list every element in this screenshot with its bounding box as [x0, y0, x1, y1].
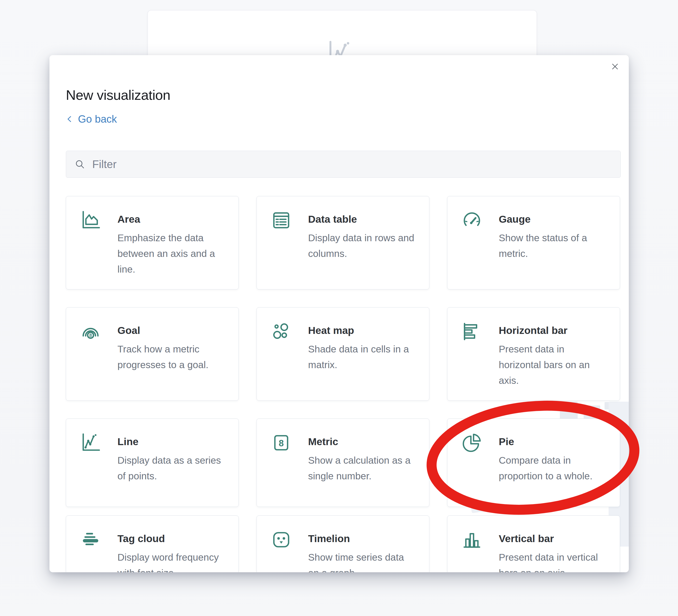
line-chart-icon — [80, 432, 101, 454]
card-description: Compare data in proportion to a whole. — [499, 453, 610, 484]
card-title: Line — [117, 435, 138, 448]
card-description: Shade data in cells in a matrix. — [308, 341, 420, 373]
horizontal-bar-icon — [461, 321, 483, 342]
card-description: Display data in rows and columns. — [308, 230, 420, 261]
chevron-left-icon — [65, 115, 74, 124]
card-title: Tag cloud — [117, 532, 165, 545]
card-heat-map[interactable]: Heat map Shade data in cells in a matrix… — [257, 307, 429, 401]
card-title: Metric — [308, 435, 338, 448]
filter-box — [66, 151, 621, 178]
tag-cloud-icon — [80, 529, 101, 550]
data-table-icon — [270, 209, 292, 231]
close-button[interactable] — [608, 60, 622, 73]
card-data-table[interactable]: Data table Display data in rows and colu… — [257, 196, 429, 290]
go-back-label: Go back — [78, 113, 117, 125]
svg-text:8: 8 — [89, 333, 92, 338]
timelion-icon — [270, 529, 292, 550]
card-area[interactable]: Area Emphasize the data between an axis … — [66, 196, 239, 290]
card-gauge[interactable]: Gauge Show the status of a metric. — [447, 196, 620, 290]
gauge-icon — [461, 209, 483, 231]
card-line[interactable]: Line Display data as a series of points. — [66, 419, 239, 507]
heat-map-icon — [270, 321, 292, 342]
card-pie[interactable]: Pie Compare data in proportion to a whol… — [447, 419, 620, 507]
page-title: New visualization — [66, 87, 171, 103]
card-description: Display data as a series of points. — [117, 453, 229, 484]
card-title: Gauge — [499, 213, 531, 225]
card-horizontal-bar[interactable]: Horizontal bar Present data in horizonta… — [447, 307, 620, 401]
close-icon — [610, 62, 620, 72]
card-description: Show a calculation as a single number. — [308, 453, 420, 484]
card-description: Display word frequency with font size. — [117, 549, 229, 572]
card-description: Emphasize the data between an axis and a… — [117, 230, 229, 277]
card-title: Vertical bar — [499, 532, 554, 545]
card-description: Show time series data on a graph. — [308, 549, 420, 572]
card-description: Show the status of a metric. — [499, 230, 610, 261]
card-title: Timelion — [308, 532, 350, 545]
area-chart-icon — [80, 209, 101, 231]
goal-icon: 8 — [80, 321, 101, 342]
card-title: Heat map — [308, 324, 354, 337]
card-vertical-bar[interactable]: Vertical bar Present data in vertical ba… — [447, 515, 620, 572]
new-visualization-modal: New visualization Go back Area Emphasize… — [49, 55, 629, 572]
card-title: Data table — [308, 213, 357, 225]
card-description: Track how a metric progresses to a goal. — [117, 341, 229, 373]
card-tag-cloud[interactable]: Tag cloud Display word frequency with fo… — [66, 515, 239, 572]
pie-chart-icon — [461, 432, 483, 454]
svg-text:8: 8 — [278, 438, 284, 448]
page: { "page": {"background": "#f6f7f9"}, "mo… — [0, 0, 678, 616]
card-description: Present data in horizontal bars on an ax… — [499, 341, 610, 388]
filter-input[interactable] — [85, 151, 620, 178]
card-goal[interactable]: 8 Goal Track how a metric progresses to … — [66, 307, 239, 401]
vertical-bar-icon — [461, 529, 483, 550]
card-timelion[interactable]: Timelion Show time series data on a grap… — [257, 515, 429, 572]
card-title: Area — [117, 213, 140, 225]
metric-icon: 8 — [270, 432, 292, 454]
card-title: Pie — [499, 435, 514, 448]
card-title: Goal — [117, 324, 140, 337]
go-back-link[interactable]: Go back — [65, 113, 117, 125]
card-title: Horizontal bar — [499, 324, 567, 337]
search-icon — [74, 158, 85, 170]
card-description: Present data in vertical bars on an axis… — [499, 549, 610, 572]
card-metric[interactable]: 8 Metric Show a calculation as a single … — [257, 419, 429, 507]
